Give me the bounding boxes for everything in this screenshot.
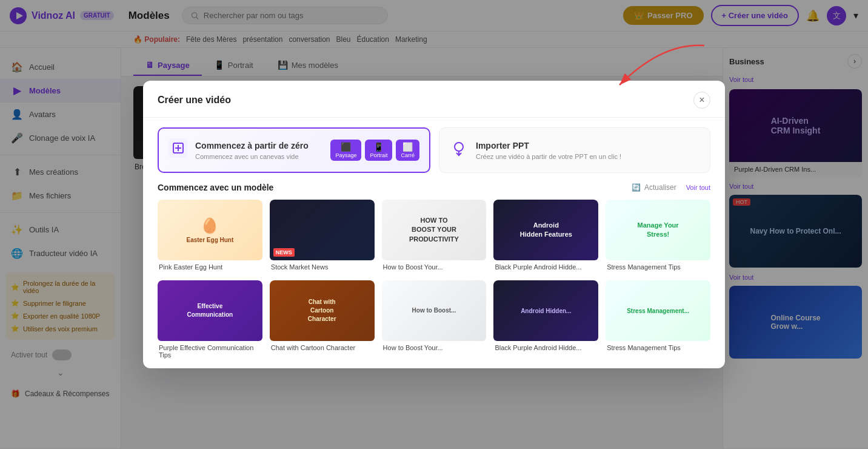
ppt-icon bbox=[449, 138, 469, 162]
scratch-option-text: Commencez à partir de zéro Commencez ave… bbox=[195, 141, 309, 160]
template-android2[interactable]: Android Hidden... Black Purple Android H… bbox=[493, 280, 598, 359]
template-stress[interactable]: Manage YourStress! Stress Management Tip… bbox=[606, 200, 710, 271]
modal-title: Créer une vidéo bbox=[158, 95, 231, 106]
create-options: Commencez à partir de zéro Commencez ave… bbox=[143, 118, 725, 183]
template-cartoon-name: Chat with Cartoon Character bbox=[270, 344, 375, 351]
template-stock-name: Stock Market News bbox=[270, 263, 375, 271]
modal-header: Créer une vidéo × bbox=[143, 81, 725, 118]
refresh-icon: 🔄 bbox=[632, 183, 641, 192]
modal-templates-title: Commencez avec un modèle bbox=[158, 183, 273, 192]
format-paysage[interactable]: ⬛ Paysage bbox=[330, 140, 361, 161]
template-android2-name: Black Purple Android Hidde... bbox=[493, 344, 598, 351]
template-android[interactable]: AndroidHidden Features Black Purple Andr… bbox=[493, 200, 598, 271]
template-stock[interactable]: NEWS Stock Market News bbox=[270, 200, 375, 271]
template-boost[interactable]: HOW TOBOOST YOURPRODUCTIVITY How to Boos… bbox=[382, 200, 487, 271]
template-android-name: Black Purple Android Hidde... bbox=[493, 263, 598, 271]
refresh-button[interactable]: 🔄 Actualiser bbox=[632, 183, 676, 192]
modal-overlay[interactable]: Créer une vidéo × Commencez à partir de … bbox=[0, 0, 868, 449]
modal-close-button[interactable]: × bbox=[693, 92, 710, 109]
modal-templates-section: Commencez avec un modèle 🔄 Actualiser Vo… bbox=[143, 183, 725, 280]
format-portrait[interactable]: 📱 Portrait bbox=[365, 140, 392, 161]
template-easter-name: Pink Easter Egg Hunt bbox=[158, 263, 262, 271]
template-stress-name: Stress Management Tips bbox=[606, 263, 710, 271]
template-howto[interactable]: How to Boost... How to Boost Your... bbox=[382, 280, 487, 359]
template-easter[interactable]: 🥚 Easter Egg Hunt Pink Easter Egg Hunt bbox=[158, 200, 262, 271]
template-stress2[interactable]: Stress Management... Stress Management T… bbox=[606, 280, 710, 359]
template-boost-name: How to Boost Your... bbox=[382, 263, 487, 271]
create-video-modal: Créer une vidéo × Commencez à partir de … bbox=[143, 81, 725, 368]
templates-row-2: EffectiveCommunication Purple Effective … bbox=[143, 280, 725, 368]
template-cartoon[interactable]: Chat withCartoonCharacter Chat with Cart… bbox=[270, 280, 375, 359]
templates-row-1: 🥚 Easter Egg Hunt Pink Easter Egg Hunt N… bbox=[158, 200, 710, 271]
scratch-icon bbox=[169, 138, 188, 162]
templates-see-all[interactable]: Voir tout bbox=[686, 184, 710, 191]
ppt-option-text: Importer PPT Créez une vidéo à partir de… bbox=[476, 141, 621, 160]
template-comm[interactable]: EffectiveCommunication Purple Effective … bbox=[158, 280, 262, 359]
format-carre[interactable]: ⬜ Carré bbox=[396, 140, 419, 161]
template-comm-name: Purple Effective Communication Tips bbox=[158, 344, 262, 359]
template-howto-name: How to Boost Your... bbox=[382, 344, 487, 351]
import-ppt-option[interactable]: Importer PPT Créez une vidéo à partir de… bbox=[439, 127, 710, 173]
modal-templates-header: Commencez avec un modèle 🔄 Actualiser Vo… bbox=[158, 183, 710, 192]
create-from-scratch-option[interactable]: Commencez à partir de zéro Commencez ave… bbox=[158, 127, 430, 173]
format-icons: ⬛ Paysage 📱 Portrait ⬜ Carré bbox=[330, 140, 419, 161]
template-stress2-name: Stress Management Tips bbox=[606, 344, 710, 351]
